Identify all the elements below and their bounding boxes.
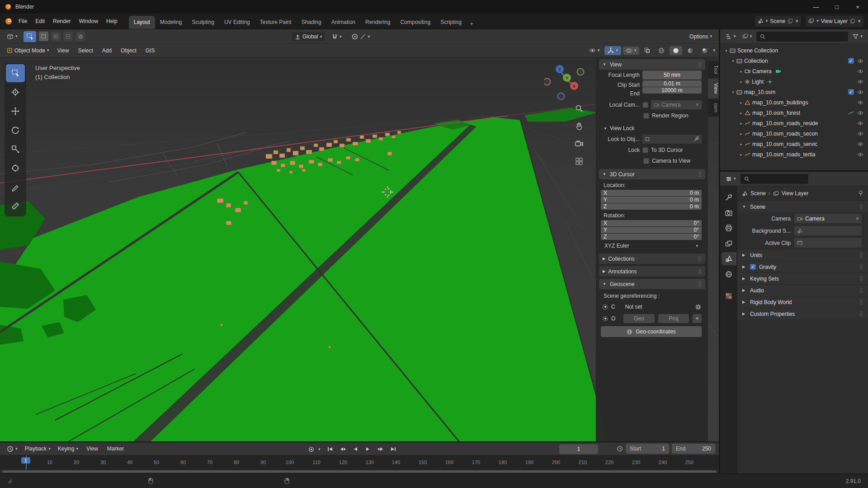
tool-scale[interactable] — [6, 140, 25, 158]
viewport-menu-gis[interactable]: GIS — [142, 46, 159, 56]
jump-to-end-button[interactable] — [388, 444, 399, 454]
lock-to-object-field[interactable] — [642, 135, 702, 144]
active-clip-field[interactable] — [794, 238, 862, 248]
blender-menu-icon[interactable] — [5, 17, 13, 25]
viewport-menu-view[interactable]: View — [53, 46, 73, 56]
workspace-tab-scripting[interactable]: Scripting — [435, 16, 467, 29]
tool-annotate[interactable] — [6, 178, 25, 196]
tool-move[interactable] — [6, 102, 25, 120]
navigation-gizmo[interactable]: Z Y X — [544, 59, 590, 103]
rigid-body-panel-header[interactable]: ▶ Rigid Body World ⣿ — [737, 296, 868, 308]
collections-section-header[interactable]: ▶ Collections ⣿ — [599, 253, 705, 264]
pan-hand-button[interactable] — [573, 120, 585, 132]
cursor-rot-y-field[interactable]: Y0° — [601, 227, 702, 233]
collection-checkbox[interactable]: ✓ — [848, 58, 854, 64]
select-mode-intersect-button[interactable] — [75, 32, 85, 41]
show-gizmo-button[interactable]: ▾ — [604, 46, 621, 55]
maximize-button[interactable]: □ — [826, 0, 847, 14]
resize-grip-icon[interactable] — [7, 479, 13, 484]
tab-scene[interactable] — [722, 252, 736, 265]
play-reverse-button[interactable] — [350, 444, 361, 454]
select-mode-subtract-button[interactable] — [63, 32, 73, 41]
toggle-ortho-button[interactable] — [573, 155, 585, 167]
keying-menu[interactable]: Keying ▾ — [55, 444, 81, 453]
row-label[interactable]: map_10.osm_forest — [752, 110, 800, 116]
expander-icon[interactable]: ▸ — [738, 131, 745, 136]
playhead-badge[interactable]: 1 — [21, 457, 30, 464]
timeline-marker-menu[interactable]: Marker — [103, 444, 128, 454]
hide-eye-icon[interactable] — [857, 90, 863, 94]
row-label[interactable]: map_10.osm_roads_reside — [752, 120, 818, 127]
view-section-header[interactable]: ▼ View ⣿ — [599, 59, 705, 70]
camera-to-view-checkbox[interactable] — [643, 158, 649, 164]
hide-eye-icon[interactable] — [857, 69, 863, 74]
focal-length-field[interactable]: 50 mm — [642, 70, 702, 80]
outliner-row-osm-collection[interactable]: ▾ map_10.osm ✓ — [720, 87, 868, 97]
keying-sets-panel-header[interactable]: ▶ Keying Sets ⣿ — [737, 272, 868, 284]
row-label[interactable]: Collection — [744, 58, 768, 64]
transform-orientation-dropdown[interactable]: Global ▾ — [292, 32, 325, 41]
render-region-checkbox[interactable] — [643, 113, 649, 119]
geoscene-section-header[interactable]: ▼ Geoscene ⣿ — [599, 279, 705, 289]
workspace-tab-shading[interactable]: Shading — [297, 16, 326, 29]
properties-search-input[interactable] — [741, 174, 808, 184]
expander-icon[interactable]: ▸ — [738, 69, 745, 74]
menu-render[interactable]: Render — [49, 16, 75, 26]
local-camera-checkbox[interactable] — [642, 102, 648, 108]
outliner-row-roads-service[interactable]: ▸ map_10.osm_roads_servic — [720, 139, 868, 149]
cursor-loc-x-field[interactable]: X0 m — [601, 190, 702, 196]
workspace-tab-sculpting[interactable]: Sculpting — [187, 16, 219, 29]
select-mode-new-button[interactable] — [39, 32, 48, 41]
hide-eye-icon[interactable] — [857, 100, 863, 105]
proj-button[interactable]: Proj — [658, 314, 689, 323]
outliner-row-camera[interactable]: ▸ Camera — [720, 66, 868, 76]
outliner-search-input[interactable] — [756, 32, 848, 42]
row-label[interactable]: Camera — [752, 68, 772, 75]
hide-eye-icon[interactable] — [857, 152, 863, 157]
cursor-loc-y-field[interactable]: Y0 m — [601, 197, 702, 203]
unlink-scene-icon[interactable]: × — [795, 18, 798, 24]
background-field[interactable] — [794, 226, 862, 235]
viewport-menu-object[interactable]: Object — [117, 46, 141, 56]
row-label[interactable]: Scene Collection — [737, 47, 778, 54]
row-label[interactable]: map_10.osm_buildings — [752, 99, 808, 106]
end-frame-field[interactable]: End 250 — [672, 444, 715, 454]
options-dropdown[interactable]: Options ▾ — [686, 32, 715, 41]
tab-tool[interactable] — [722, 191, 736, 204]
outliner-filter-button[interactable]: ▾ — [851, 33, 864, 41]
outliner-row-roads-residential[interactable]: ▸ map_10.osm_roads_reside — [720, 118, 868, 128]
tab-output[interactable] — [722, 221, 736, 235]
cursor-rot-x-field[interactable]: X0° — [601, 220, 702, 226]
workspace-tab-layout[interactable]: Layout — [129, 16, 155, 29]
outliner-row-buildings[interactable]: ▸ map_10.osm_buildings — [720, 97, 868, 108]
origin-radio[interactable] — [603, 316, 608, 321]
outliner-row-light[interactable]: ▸ Light — [720, 76, 868, 87]
row-label[interactable]: map_10.osm — [744, 89, 775, 95]
sidebar-tab-tool[interactable]: Tool — [708, 61, 719, 78]
expander-icon[interactable]: ▾ — [723, 48, 730, 53]
new-view-layer-icon[interactable] — [850, 19, 855, 24]
hide-eye-icon[interactable] — [857, 59, 863, 63]
expander-icon[interactable]: ▸ — [738, 142, 745, 146]
minimize-button[interactable]: — — [806, 0, 826, 14]
shading-dropdown-icon[interactable]: ▾ — [713, 48, 715, 52]
workspace-tab-animation[interactable]: Animation — [326, 16, 360, 29]
tool-transform[interactable] — [6, 159, 25, 177]
rotation-mode-dropdown[interactable]: XYZ Euler ▾ — [601, 241, 702, 251]
tool-rotate[interactable] — [6, 121, 25, 139]
tab-world[interactable] — [722, 267, 736, 281]
collection-checkbox[interactable]: ✓ — [848, 89, 854, 95]
active-tool-button[interactable] — [24, 31, 36, 42]
hide-eye-icon[interactable] — [857, 131, 863, 136]
play-button[interactable] — [363, 444, 374, 454]
remove-view-layer-icon[interactable]: × — [858, 18, 861, 24]
expander-icon[interactable]: ▸ — [738, 80, 745, 84]
gear-icon[interactable] — [695, 304, 702, 310]
breadcrumb-scene[interactable]: Scene — [750, 190, 766, 197]
view-layer-selector[interactable]: ▾ View Layer × — [806, 16, 863, 27]
tool-cursor[interactable] — [6, 83, 25, 101]
menu-window[interactable]: Window — [75, 16, 102, 26]
gravity-panel-header[interactable]: ▶ ✓ Gravity ⣿ — [737, 261, 868, 272]
timeline-editor-type-button[interactable]: ▾ — [4, 444, 21, 454]
menu-file[interactable]: File — [14, 16, 31, 26]
